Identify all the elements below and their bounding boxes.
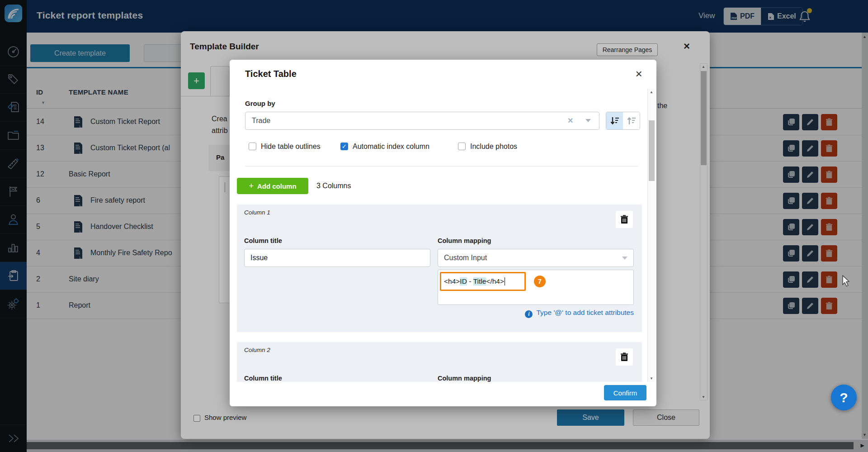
column-2-heading: Column 2 <box>244 347 270 353</box>
text-cursor <box>505 277 505 285</box>
add-column-button[interactable]: +Add column <box>237 178 308 194</box>
mouse-cursor <box>842 275 852 287</box>
info-icon: i <box>525 310 533 318</box>
ticket-table-close-icon[interactable]: × <box>631 66 646 81</box>
trash-icon <box>620 352 628 362</box>
chevron-down-icon <box>622 257 627 260</box>
custom-input-focus-highlight[interactable]: <h4>ID - Title</h4> <box>440 272 526 291</box>
column-mapping-label: Column mapping <box>438 375 491 382</box>
column-mapping-value: Custom Input <box>444 254 487 262</box>
scroll-thumb[interactable] <box>649 120 655 181</box>
column-2-card: Column 2 Column title Column mapping <box>237 342 642 382</box>
ticket-table-modal: Ticket Table × Group by Trade ✕ <box>230 60 656 406</box>
options-row: Hide table outlines ✓ Automatic index co… <box>230 142 647 152</box>
step-badge: 7 <box>534 276 546 287</box>
scroll-up-icon[interactable]: ▲ <box>650 90 653 94</box>
chevron-down-icon[interactable] <box>585 119 591 122</box>
sort-descending-icon <box>610 116 620 125</box>
confirm-button[interactable]: Confirm <box>604 385 646 400</box>
hide-outlines-label: Hide table outlines <box>261 143 321 151</box>
ticket-table-scroll-area: Group by Trade ✕ Hide table outl <box>230 89 647 382</box>
auto-index-checkbox[interactable]: ✓ <box>340 143 348 150</box>
columns-count: 3 Columns <box>316 182 351 190</box>
auto-index-label: Automatic index column <box>353 143 429 151</box>
sort-ascending-button[interactable] <box>623 112 640 129</box>
column-1-heading: Column 1 <box>244 209 270 216</box>
group-by-select[interactable]: Trade ✕ <box>245 112 599 130</box>
delete-column-button[interactable] <box>616 348 633 366</box>
ticket-table-scrollbar[interactable]: ▲ ▼ <box>647 89 656 382</box>
attribute-hint: iType '@' to add ticket attributes <box>438 309 634 318</box>
plus-icon: + <box>249 181 254 190</box>
group-by-label: Group by <box>245 100 275 107</box>
hide-outlines-checkbox[interactable] <box>249 143 256 150</box>
trash-icon <box>620 215 628 224</box>
column-title-label: Column title <box>244 375 282 382</box>
attribute-chip-title[interactable]: Title <box>473 277 486 285</box>
help-button[interactable]: ? <box>831 385 857 410</box>
section-divider <box>245 166 638 167</box>
ticket-table-title: Ticket Table <box>245 69 297 79</box>
column-title-label: Column title <box>244 237 282 244</box>
clear-icon[interactable]: ✕ <box>567 116 573 125</box>
attribute-chip-id[interactable]: ID <box>460 277 467 285</box>
custom-input-area[interactable]: <h4>ID - Title</h4> 7 <box>438 270 634 305</box>
sort-descending-button[interactable] <box>606 112 623 129</box>
sort-ascending-icon <box>627 116 637 125</box>
include-photos-label: Include photos <box>470 143 517 151</box>
group-by-value: Trade <box>252 117 270 125</box>
column-mapping-select[interactable]: Custom Input <box>438 249 634 267</box>
column-1-card: Column 1 Column title Column mapping Cus… <box>237 205 642 332</box>
delete-column-button[interactable] <box>616 211 633 228</box>
include-photos-checkbox[interactable] <box>458 143 466 150</box>
sort-direction-toggle <box>606 112 640 130</box>
column-title-input[interactable] <box>244 249 430 267</box>
scroll-down-icon[interactable]: ▼ <box>650 376 653 381</box>
column-mapping-label: Column mapping <box>438 237 491 244</box>
